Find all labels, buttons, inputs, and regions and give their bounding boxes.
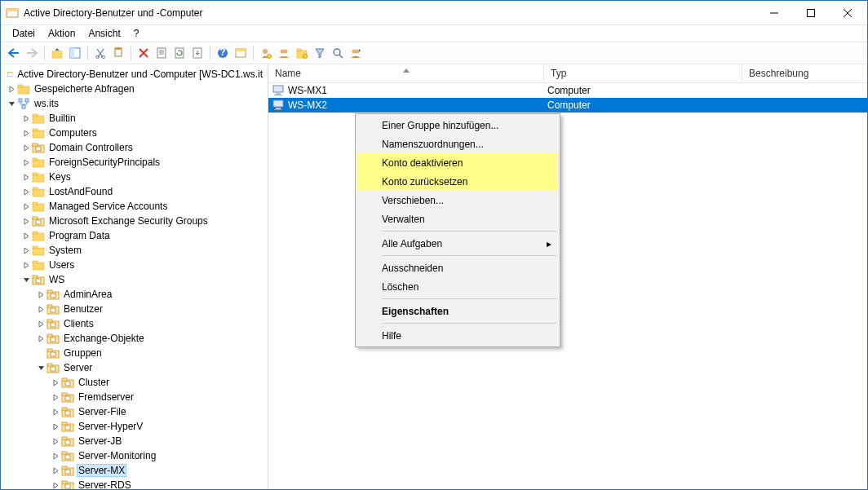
svg-rect-43 [33,130,44,138]
forward-button[interactable] [24,45,40,61]
ou-icon [61,420,74,433]
new-user-button[interactable] [258,45,274,61]
tree-server-mx[interactable]: Server-MX [1,463,268,478]
list-cell-typ: Computer [544,99,742,111]
tree-clients[interactable]: Clients [1,316,268,331]
tree-ws[interactable]: WS [1,272,268,287]
tree-server-monitoring[interactable]: Server-Monitoring [1,448,268,463]
new-ou-button[interactable] [294,45,310,61]
ctx-add-to-group[interactable]: Einer Gruppe hinzufügen... [357,116,558,135]
svg-rect-62 [33,246,38,249]
tree-server-hyperv[interactable]: Server-HyperV [1,419,268,434]
ctx-separator [382,255,556,256]
ctx-name-mappings[interactable]: Namenszuordnungen... [357,135,558,153]
tree-msa[interactable]: Managed Service Accounts [1,199,268,214]
tree-root[interactable]: Active Directory-Benutzer und -Computer … [1,67,268,82]
search-button[interactable] [330,45,346,61]
tree-pane[interactable]: Active Directory-Benutzer und -Computer … [1,64,268,489]
tree-exchange-objekte[interactable]: Exchange-Objekte [1,331,268,346]
tree-lostandfound[interactable]: LostAndFound [1,184,268,199]
tree-mesg[interactable]: Microsoft Exchange Security Groups [1,214,268,228]
svg-rect-57 [33,217,38,219]
tree-system[interactable]: System [1,243,268,258]
svg-point-33 [356,50,360,54]
ctx-cut[interactable]: Ausschneiden [357,258,558,277]
svg-rect-40 [22,105,25,108]
back-button[interactable] [6,45,22,61]
tree-benutzer[interactable]: Benutzer [1,302,268,316]
menu-file[interactable]: Datei [6,27,42,40]
ctx-properties[interactable]: Eigenschaften [357,302,558,320]
tree-cluster[interactable]: Cluster [1,375,268,390]
properties-button[interactable] [153,45,170,61]
list-row[interactable]: WS-MX2 Computer [268,98,867,113]
tree-program-data[interactable]: Program Data [1,228,268,243]
tree-builtin[interactable]: Builtin [1,111,268,126]
folder-icon [32,112,45,125]
tree-domain[interactable]: ws.its [1,96,268,111]
ctx-move[interactable]: Verschieben... [357,191,558,210]
svg-rect-52 [33,189,44,196]
ou-icon [61,376,74,389]
tree-adminarea[interactable]: AdminArea [1,287,268,302]
add-to-group-button[interactable] [348,45,364,61]
list-row[interactable]: WS-MX1 Computer [268,83,867,98]
svg-point-24 [268,55,272,59]
ctx-manage[interactable]: Verwalten [357,210,558,228]
ctx-delete[interactable]: Löschen [357,277,558,296]
show-hide-tree-button[interactable] [67,45,83,61]
tree-server[interactable]: Server [1,360,268,375]
column-beschreibung[interactable]: Beschreibung [742,64,867,82]
menu-bar: Datei Aktion Ansicht ? [1,25,867,42]
ou-icon [46,288,60,301]
svg-rect-63 [33,263,44,270]
export-list-button[interactable] [189,45,206,61]
tree-server-rds[interactable]: Server-RDS [1,478,268,489]
svg-rect-39 [25,99,29,102]
tree-users[interactable]: Users [1,258,268,272]
menu-help[interactable]: ? [127,27,146,40]
list-cell-name: WS-MX1 [288,85,327,96]
copy-button[interactable] [110,45,126,61]
minimize-button[interactable] [755,2,792,24]
ctx-all-tasks[interactable]: Alle Aufgaben▸ [357,234,558,253]
help-button[interactable]: ? [215,45,231,61]
ou-icon [46,347,60,360]
tree-server-file[interactable]: Server-File [1,404,268,419]
find-button[interactable] [232,45,249,61]
ctx-disable-account[interactable]: Konto deaktivieren [357,153,558,172]
svg-rect-49 [33,158,38,161]
svg-rect-85 [51,367,55,371]
tree-computers[interactable]: Computers [1,126,268,140]
close-button[interactable] [829,2,866,24]
column-name[interactable]: Name [268,64,544,82]
tree-server-jb[interactable]: Server-JB [1,434,268,448]
column-typ[interactable]: Typ [544,64,742,82]
filter-button[interactable] [312,45,328,61]
tree-fsp[interactable]: ForeignSecurityPrincipals [1,155,268,170]
menu-view[interactable]: Ansicht [82,27,126,40]
new-group-button[interactable] [276,45,292,61]
svg-rect-36 [18,86,29,94]
svg-rect-41 [33,116,44,123]
tree-keys[interactable]: Keys [1,170,268,184]
menu-action[interactable]: Aktion [42,27,82,40]
domain-icon [17,97,30,110]
refresh-button[interactable] [171,45,188,61]
ctx-help[interactable]: Hilfe [357,326,558,345]
cut-button[interactable] [92,45,108,61]
svg-rect-3 [807,9,814,16]
svg-rect-64 [33,261,38,263]
tree-domain-controllers[interactable]: Domain Controllers [1,140,268,155]
delete-button[interactable] [135,45,152,61]
tree-fremdserver[interactable]: Fremdserver [1,390,268,404]
svg-rect-110 [273,86,283,92]
svg-text:?: ? [219,47,225,58]
ctx-reset-account[interactable]: Konto zurücksetzen [357,172,558,191]
tree-gruppen[interactable]: Gruppen [1,346,268,360]
tree-saved-queries[interactable]: Gespeicherte Abfragen [1,82,268,96]
maximize-button[interactable] [792,2,829,24]
svg-rect-94 [65,411,70,415]
title-bar: Active Directory-Benutzer und -Computer [1,1,867,25]
up-button[interactable] [49,45,65,61]
